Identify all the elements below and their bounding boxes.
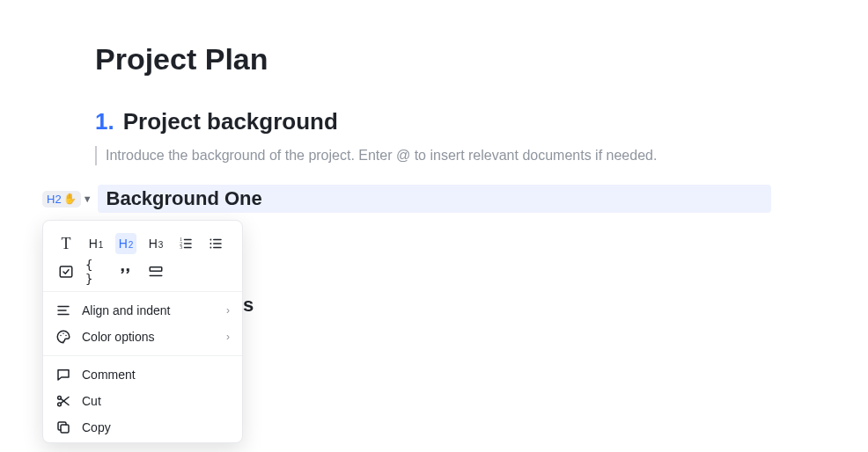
format-h3-button[interactable]: H3 — [145, 233, 166, 254]
heading-2-row: H2 ✋ ▼ Background One — [42, 185, 868, 213]
heading-number: 1. — [95, 108, 114, 135]
ghost-text: s — [243, 294, 254, 317]
menu-comment[interactable]: Comment — [43, 361, 242, 388]
format-row-1: T H1 H2 H3 123 — [43, 230, 242, 258]
format-checklist-button[interactable] — [55, 261, 77, 282]
svg-text:3: 3 — [180, 244, 182, 250]
format-code-button[interactable]: { } — [85, 261, 107, 282]
chevron-right-icon: › — [226, 304, 230, 317]
page-title: Project Plan — [95, 42, 833, 77]
svg-point-18 — [60, 335, 62, 337]
svg-rect-13 — [150, 267, 162, 272]
format-ordered-list-button[interactable]: 123 — [175, 233, 196, 254]
comment-icon — [55, 367, 71, 383]
svg-point-10 — [210, 243, 211, 244]
scissors-icon — [55, 393, 71, 409]
placeholder-line[interactable]: Introduce the background of the project.… — [95, 146, 833, 165]
heading-text: Project background — [123, 108, 338, 135]
format-quote-button[interactable] — [115, 261, 136, 282]
menu-divider — [43, 355, 242, 356]
bullet-list-icon — [208, 236, 224, 252]
checklist-icon — [58, 264, 74, 280]
quote-icon — [118, 264, 134, 280]
menu-label: Copy — [82, 420, 111, 434]
menu-label: Comment — [82, 368, 136, 382]
ordered-list-icon: 123 — [178, 236, 194, 252]
svg-point-19 — [63, 333, 64, 335]
caret-down-icon[interactable]: ▼ — [83, 193, 92, 204]
format-bullet-list-button[interactable] — [205, 233, 226, 254]
format-row-2: { } — [43, 258, 242, 286]
menu-cut[interactable]: Cut — [43, 388, 242, 414]
menu-label: Align and indent — [82, 303, 170, 317]
text-cursor — [95, 146, 97, 165]
svg-rect-12 — [60, 266, 72, 277]
menu-color-options[interactable]: Color options › — [43, 324, 242, 350]
block-context-menu: T H1 H2 H3 123 { } — [42, 220, 243, 443]
copy-icon — [55, 419, 71, 435]
callout-icon — [148, 264, 164, 280]
color-palette-icon — [55, 329, 71, 345]
format-h1-button[interactable]: H1 — [85, 233, 107, 254]
format-h2-button[interactable]: H2 — [115, 233, 136, 254]
menu-copy[interactable]: Copy — [43, 414, 242, 441]
svg-point-11 — [210, 247, 211, 249]
format-callout-button[interactable] — [145, 261, 166, 282]
chevron-right-icon: › — [226, 331, 230, 343]
drag-handle-group[interactable]: H2 ✋ ▼ — [42, 191, 92, 208]
placeholder-text: Introduce the background of the project.… — [106, 148, 657, 164]
badge-label: H2 — [47, 193, 62, 206]
menu-label: Color options — [82, 330, 155, 344]
svg-point-20 — [65, 335, 67, 337]
svg-point-9 — [210, 239, 211, 241]
menu-divider — [43, 291, 242, 292]
format-text-button[interactable]: T — [55, 233, 77, 254]
svg-rect-25 — [61, 425, 69, 433]
menu-align-indent[interactable]: Align and indent › — [43, 297, 242, 324]
heading-1[interactable]: 1. Project background — [95, 108, 833, 135]
block-type-badge[interactable]: H2 ✋ — [42, 191, 81, 208]
heading-2-text[interactable]: Background One — [98, 185, 771, 213]
menu-label: Cut — [82, 394, 101, 408]
hand-cursor-icon: ✋ — [63, 193, 77, 204]
align-indent-icon — [55, 303, 71, 318]
